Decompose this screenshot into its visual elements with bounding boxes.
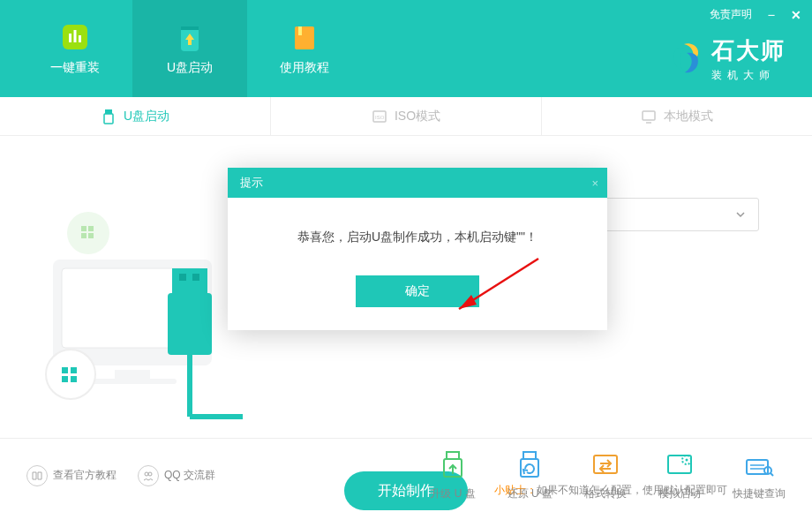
svg-rect-20	[192, 274, 199, 281]
svg-rect-26	[523, 452, 536, 459]
svg-rect-5	[298, 26, 302, 35]
svg-rect-19	[179, 274, 186, 281]
tutorial-link[interactable]: 查看官方教程	[26, 465, 117, 486]
book-open-icon	[26, 465, 48, 486]
qq-link[interactable]: QQ 交流群	[138, 465, 215, 486]
mode-tab-usb[interactable]: U盘启动	[0, 97, 271, 135]
bottom-bar: 查看官方教程 QQ 交流群 升级 U 盘 还原 U 盘 格式转换 模拟	[0, 438, 812, 512]
usb-icon	[101, 109, 117, 124]
modal-ok-button[interactable]: 确定	[356, 275, 479, 307]
mode-label: 本地模式	[664, 109, 713, 124]
action-restore[interactable]: 还原 U 盘	[508, 449, 553, 501]
svg-rect-4	[295, 26, 314, 49]
book-icon	[289, 21, 320, 53]
svg-rect-14	[115, 370, 150, 379]
modal-header: 提示 ×	[228, 168, 607, 198]
svg-point-17	[46, 350, 95, 399]
action-label: 还原 U 盘	[508, 486, 553, 501]
action-upgrade[interactable]: 升级 U 盘	[430, 449, 475, 501]
svg-point-31	[686, 459, 688, 462]
mode-tabs: U盘启动 ISO ISO模式 本地模式	[0, 97, 812, 136]
modal-title: 提示	[240, 175, 263, 191]
people-icon	[138, 465, 159, 486]
minimize-button[interactable]: －	[764, 8, 778, 22]
action-hotkey[interactable]: 快捷键查询	[733, 449, 786, 501]
svg-point-23	[148, 472, 152, 476]
restore-usb-icon	[514, 449, 545, 481]
mode-label: U盘启动	[124, 109, 169, 124]
monitor-icon	[641, 109, 657, 124]
success-modal: 提示 × 恭喜您，启动U盘制作成功，本机启动键""！ 确定	[228, 168, 607, 330]
svg-rect-2	[74, 30, 77, 42]
mode-label: ISO模式	[395, 109, 440, 124]
app-header: 一键重装 U盘启动 使用教程 免责声明 － ✕ 石大师 装机大师	[0, 0, 812, 97]
convert-icon	[590, 449, 621, 481]
action-convert[interactable]: 格式转换	[584, 449, 627, 501]
brand-title: 石大师	[711, 35, 786, 66]
simulate-icon	[664, 449, 695, 481]
svg-rect-18	[172, 268, 207, 293]
action-label: 模拟启动	[658, 486, 701, 501]
svg-rect-7	[104, 114, 113, 124]
disclaimer-link[interactable]: 免责声明	[710, 7, 752, 22]
brand: 石大师 装机大师	[665, 35, 786, 83]
nav-tabs: 一键重装 U盘启动 使用教程	[0, 0, 362, 97]
tutorial-label: 查看官方教程	[53, 468, 117, 483]
close-button[interactable]: ✕	[791, 9, 801, 21]
svg-text:ISO: ISO	[375, 115, 385, 120]
nav-label: 使用教程	[280, 60, 329, 76]
svg-point-22	[145, 472, 148, 476]
svg-rect-15	[88, 379, 177, 384]
upgrade-usb-icon	[437, 449, 469, 481]
chevron-down-icon	[735, 209, 746, 220]
mode-tab-local[interactable]: 本地模式	[542, 97, 812, 135]
nav-label: 一键重装	[50, 60, 100, 76]
svg-rect-24	[447, 452, 459, 459]
modal-close-button[interactable]: ×	[591, 177, 598, 190]
action-simulate[interactable]: 模拟启动	[658, 449, 701, 501]
svg-rect-1	[69, 34, 71, 42]
nav-tab-reinstall[interactable]: 一键重装	[18, 0, 132, 97]
qq-label: QQ 交流群	[164, 468, 215, 483]
keyboard-search-icon	[743, 449, 775, 481]
nav-tab-usb[interactable]: U盘启动	[132, 0, 247, 97]
svg-rect-21	[168, 293, 212, 355]
svg-rect-29	[668, 456, 691, 473]
usb-boot-icon	[174, 21, 206, 53]
window-controls: 免责声明 － ✕	[710, 7, 801, 22]
bar-chart-icon	[59, 21, 91, 53]
svg-rect-3	[79, 35, 81, 42]
nav-label: U盘启动	[167, 60, 213, 76]
iso-icon: ISO	[372, 109, 387, 124]
action-label: 格式转换	[584, 486, 627, 501]
modal-message: 恭喜您，启动U盘制作成功，本机启动键""！	[228, 198, 607, 267]
action-label: 升级 U 盘	[430, 486, 475, 501]
action-label: 快捷键查询	[733, 486, 786, 501]
brand-logo-icon	[665, 41, 703, 78]
svg-line-36	[771, 473, 773, 476]
svg-rect-10	[643, 111, 655, 120]
brand-subtitle: 装机大师	[711, 68, 786, 83]
mode-tab-iso[interactable]: ISO ISO模式	[271, 97, 542, 135]
nav-tab-tutorial[interactable]: 使用教程	[247, 0, 362, 97]
